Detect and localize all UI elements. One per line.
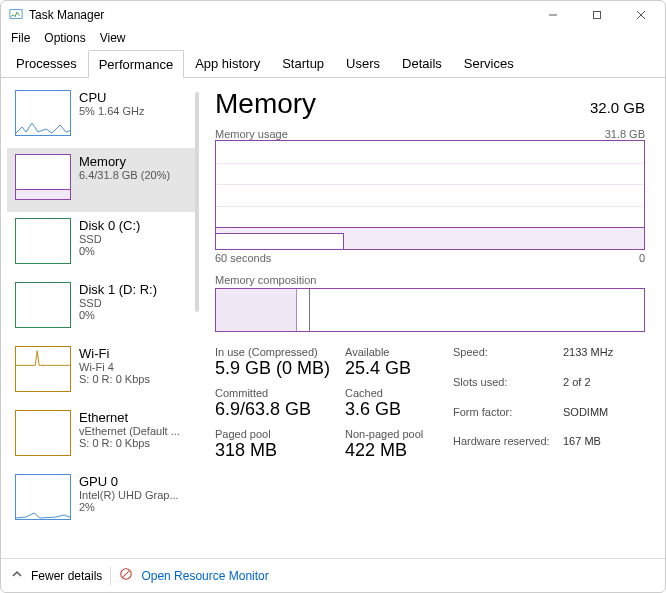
composition-label: Memory composition <box>215 274 645 286</box>
sidebar-item-disk0[interactable]: Disk 0 (C:) SSD 0% <box>7 212 195 276</box>
sidebar-eth-sub1: vEthernet (Default ... <box>79 425 180 437</box>
sidebar-wifi-sub1: Wi-Fi 4 <box>79 361 150 373</box>
disk1-thumb-icon <box>15 282 71 328</box>
total-memory: 32.0 GB <box>590 99 645 116</box>
sidebar-gpu-title: GPU 0 <box>79 474 179 489</box>
value-slots: 2 of 2 <box>563 376 633 402</box>
menu-options[interactable]: Options <box>44 31 85 45</box>
sidebar-eth-title: Ethernet <box>79 410 180 425</box>
minimize-button[interactable] <box>531 1 575 29</box>
sidebar-item-disk1[interactable]: Disk 1 (D: R:) SSD 0% <box>7 276 195 340</box>
x-axis-left: 60 seconds <box>215 252 271 264</box>
label-slots: Slots used: <box>453 376 563 402</box>
sidebar-disk1-sub1: SSD <box>79 297 157 309</box>
sidebar-item-ethernet[interactable]: Ethernet vEthernet (Default ... S: 0 R: … <box>7 404 195 468</box>
menu-file[interactable]: File <box>11 31 30 45</box>
label-hwreserved: Hardware reserved: <box>453 435 563 461</box>
sidebar-wifi-sub2: S: 0 R: 0 Kbps <box>79 373 150 385</box>
resource-monitor-icon <box>119 567 133 584</box>
menubar: File Options View <box>1 29 665 49</box>
label-paged: Paged pool <box>215 428 345 440</box>
label-in-use: In use (Compressed) <box>215 346 345 358</box>
value-in-use: 5.9 GB (0 MB) <box>215 358 345 379</box>
sidebar-gpu-sub2: 2% <box>79 501 179 513</box>
tab-performance[interactable]: Performance <box>88 50 184 78</box>
sidebar-disk1-title: Disk 1 (D: R:) <box>79 282 157 297</box>
tab-strip: Processes Performance App history Startu… <box>1 49 665 78</box>
usage-chart-label: Memory usage <box>215 128 288 140</box>
menu-view[interactable]: View <box>100 31 126 45</box>
page-title: Memory <box>215 88 316 120</box>
disk0-thumb-icon <box>15 218 71 264</box>
value-hwreserved: 167 MB <box>563 435 633 461</box>
value-committed: 6.9/63.8 GB <box>215 399 345 420</box>
window-title: Task Manager <box>29 8 104 22</box>
value-speed: 2133 MHz <box>563 346 633 372</box>
ethernet-thumb-icon <box>15 410 71 456</box>
sidebar-memory-title: Memory <box>79 154 170 169</box>
sidebar-wifi-title: Wi-Fi <box>79 346 150 361</box>
titlebar: Task Manager <box>1 1 665 29</box>
chevron-up-icon <box>11 568 23 583</box>
open-resource-monitor-link[interactable]: Open Resource Monitor <box>141 569 268 583</box>
gpu-thumb-icon <box>15 474 71 520</box>
label-committed: Committed <box>215 387 345 399</box>
usage-chart-max: 31.8 GB <box>605 128 645 140</box>
sidebar-disk0-sub2: 0% <box>79 245 140 257</box>
tab-processes[interactable]: Processes <box>5 49 88 77</box>
footer-separator <box>110 567 111 585</box>
sidebar-memory-sub: 6.4/31.8 GB (20%) <box>79 169 170 181</box>
sidebar-cpu-sub: 5% 1.64 GHz <box>79 105 144 117</box>
tab-services[interactable]: Services <box>453 49 525 77</box>
svg-rect-2 <box>594 12 601 19</box>
sidebar-item-wifi[interactable]: Wi-Fi Wi-Fi 4 S: 0 R: 0 Kbps <box>7 340 195 404</box>
x-axis-right: 0 <box>639 252 645 264</box>
usage-chart <box>215 140 645 250</box>
sidebar-disk0-title: Disk 0 (C:) <box>79 218 140 233</box>
memory-thumb-icon <box>15 154 71 200</box>
sidebar-gpu-sub1: Intel(R) UHD Grap... <box>79 489 179 501</box>
app-icon <box>9 7 23 24</box>
tab-details[interactable]: Details <box>391 49 453 77</box>
detail-panel: Memory 32.0 GB Memory usage 31.8 GB 60 s… <box>199 78 665 558</box>
sidebar-cpu-title: CPU <box>79 90 144 105</box>
sidebar-item-memory[interactable]: Memory 6.4/31.8 GB (20%) <box>7 148 195 212</box>
composition-chart <box>215 288 645 332</box>
tab-app-history[interactable]: App history <box>184 49 271 77</box>
value-cached: 3.6 GB <box>345 399 435 420</box>
value-available: 25.4 GB <box>345 358 435 379</box>
svg-line-6 <box>123 571 130 578</box>
maximize-button[interactable] <box>575 1 619 29</box>
footer: Fewer details Open Resource Monitor <box>1 558 665 592</box>
sidebar-disk1-sub2: 0% <box>79 309 157 321</box>
value-form: SODIMM <box>563 406 633 432</box>
sidebar-eth-sub2: S: 0 R: 0 Kbps <box>79 437 180 449</box>
sidebar-disk0-sub1: SSD <box>79 233 140 245</box>
close-button[interactable] <box>619 1 663 29</box>
value-paged: 318 MB <box>215 440 345 461</box>
wifi-thumb-icon <box>15 346 71 392</box>
tab-users[interactable]: Users <box>335 49 391 77</box>
label-form: Form factor: <box>453 406 563 432</box>
value-nonpaged: 422 MB <box>345 440 435 461</box>
label-cached: Cached <box>345 387 435 399</box>
sidebar-item-cpu[interactable]: CPU 5% 1.64 GHz <box>7 84 195 148</box>
fewer-details-button[interactable]: Fewer details <box>31 569 102 583</box>
tab-startup[interactable]: Startup <box>271 49 335 77</box>
sidebar-item-gpu0[interactable]: GPU 0 Intel(R) UHD Grap... 2% <box>7 468 195 532</box>
label-available: Available <box>345 346 435 358</box>
cpu-thumb-icon <box>15 90 71 136</box>
label-nonpaged: Non-paged pool <box>345 428 435 440</box>
sidebar: CPU 5% 1.64 GHz Memory 6.4/31.8 GB (20%) <box>1 78 199 558</box>
task-manager-window: Task Manager File Options View Processes… <box>0 0 666 593</box>
label-speed: Speed: <box>453 346 563 372</box>
